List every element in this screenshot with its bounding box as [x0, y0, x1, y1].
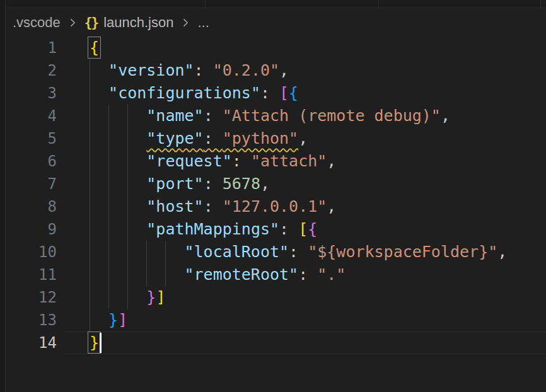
indent-guide [108, 218, 109, 241]
token-pun: , [279, 61, 289, 79]
line-content[interactable]: "request": "attach", [66, 150, 546, 173]
line-content[interactable]: "name": "Attach (remote debug)", [66, 105, 546, 127]
token-str: "." [317, 265, 346, 284]
indent-guide [127, 195, 128, 218]
code-line: 2 "version": "0.2.0", [6, 59, 546, 82]
indent-guide [146, 241, 147, 263]
indent-guide [90, 105, 90, 127]
indent-guide [90, 82, 90, 105]
line-number[interactable]: 8 [6, 195, 66, 218]
indent-guide [108, 286, 109, 309]
breadcrumb-symbol-more[interactable]: ... [197, 14, 209, 31]
line-number[interactable]: 7 [6, 173, 66, 195]
token-b2: { [308, 220, 317, 238]
tab-separator [378, 0, 379, 8]
token-pun: : [232, 152, 251, 170]
line-text: "host": "127.0.0.1", [66, 195, 336, 218]
breadcrumb-file[interactable]: launch.json [103, 14, 173, 31]
line-text: "localRoot": "${workspaceFolder}", [66, 241, 507, 263]
json-file-icon: {} [84, 15, 98, 30]
line-content[interactable]: "pathMappings": [{ [66, 218, 546, 241]
line-content[interactable]: "remoteRoot": "." [66, 263, 546, 286]
editor-group: .vscode {} launch.json ... 1{2 "version"… [6, 0, 546, 392]
code-line: 6 "request": "attach", [6, 150, 546, 173]
token-key: "pathMappings" [146, 220, 279, 238]
bracket-match: } [90, 333, 99, 352]
indent-guide [90, 195, 90, 218]
indent-guide [90, 241, 90, 263]
line-number[interactable]: 11 [6, 263, 66, 286]
token-str: "python" [223, 129, 298, 147]
indent-guide [127, 263, 128, 286]
token-pun: , [298, 129, 308, 147]
token-pun: : [204, 129, 223, 147]
line-content[interactable]: "version": "0.2.0", [66, 59, 546, 82]
line-number[interactable]: 3 [6, 82, 66, 105]
token-pun: : [298, 265, 317, 284]
line-text: }] [66, 309, 127, 331]
indent-guide [90, 309, 90, 331]
token-pun: : [194, 61, 213, 79]
token-b3: } [108, 311, 118, 329]
indent-guide [108, 173, 109, 195]
token-key: "port" [146, 175, 203, 193]
token-key: "configurations" [108, 84, 260, 102]
line-text: "port": 5678, [66, 173, 270, 195]
line-text: "type": "python", [66, 127, 308, 150]
token-b2: } [146, 288, 156, 306]
line-content[interactable]: "host": "127.0.0.1", [66, 195, 546, 218]
code-editor[interactable]: 1{2 "version": "0.2.0",3 "configurations… [6, 37, 546, 392]
token-pun: : [289, 243, 308, 261]
code-line: 7 "port": 5678, [6, 173, 546, 195]
code-line: 4 "name": "Attach (remote debug)", [6, 105, 546, 127]
code-line: 10 "localRoot": "${workspaceFolder}", [6, 241, 546, 263]
line-number[interactable]: 6 [6, 150, 66, 173]
line-content[interactable]: }] [66, 286, 546, 309]
token-b1: ] [156, 288, 165, 306]
token-pun: , [327, 152, 336, 170]
indent-guide [127, 241, 128, 263]
token-num: 5678 [223, 175, 260, 193]
indent-guide [127, 173, 128, 195]
line-content[interactable]: "localRoot": "${workspaceFolder}", [66, 241, 546, 263]
token-b3: { [289, 84, 298, 102]
line-content[interactable]: "port": 5678, [66, 173, 546, 195]
line-content[interactable]: }] [66, 309, 546, 331]
line-number[interactable]: 2 [6, 59, 66, 82]
code-line: 1{ [6, 37, 546, 59]
token-str: "${workspaceFolder}" [308, 243, 497, 261]
line-number[interactable]: 1 [6, 37, 66, 59]
code-lines: 1{2 "version": "0.2.0",3 "configurations… [6, 37, 546, 354]
line-number[interactable]: 14 [6, 331, 66, 354]
indent-guide [108, 127, 109, 150]
line-number[interactable]: 13 [6, 309, 66, 331]
code-line: 8 "host": "127.0.0.1", [6, 195, 546, 218]
code-line: 5 "type": "python", [6, 127, 546, 150]
code-line: 9 "pathMappings": [{ [6, 218, 546, 241]
line-number[interactable]: 9 [6, 218, 66, 241]
line-number[interactable]: 12 [6, 286, 66, 309]
text-cursor [100, 333, 102, 353]
line-content[interactable]: "configurations": [{ [66, 82, 546, 105]
line-content[interactable]: { [66, 37, 546, 59]
line-text: "pathMappings": [{ [66, 218, 317, 241]
token-key: "version" [108, 61, 194, 79]
line-number[interactable]: 10 [6, 241, 66, 263]
breadcrumb-folder[interactable]: .vscode [13, 14, 61, 31]
tab-separator [205, 0, 206, 8]
indent-guide [108, 105, 109, 127]
indent-guide [146, 263, 147, 286]
line-text: { [66, 37, 99, 59]
indent-guide [90, 286, 90, 309]
token-key: "localRoot" [185, 243, 289, 261]
indent-guide [90, 150, 90, 173]
line-number[interactable]: 5 [6, 127, 66, 150]
line-content[interactable]: "type": "python", [66, 127, 546, 150]
token-str: "0.2.0" [213, 61, 279, 79]
indent-guide [127, 150, 128, 173]
breadcrumb: .vscode {} launch.json ... [6, 8, 546, 37]
line-text: }] [66, 286, 165, 309]
line-content[interactable]: } [66, 331, 546, 354]
line-number[interactable]: 4 [6, 105, 66, 127]
token-key: "remoteRoot" [185, 265, 299, 284]
